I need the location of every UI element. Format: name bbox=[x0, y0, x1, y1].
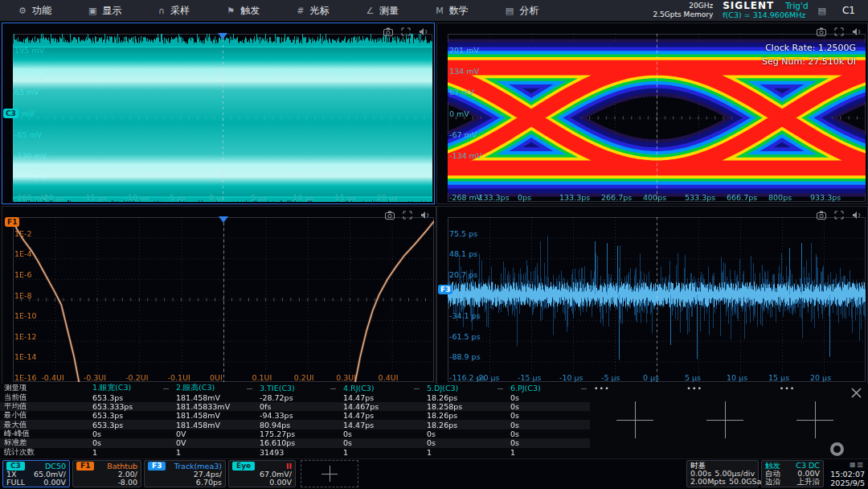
measurement-column-header[interactable]: 1.眼宽(C3) bbox=[88, 384, 172, 392]
x-tick-label: -133.3ps bbox=[476, 193, 510, 202]
plus-icon bbox=[616, 401, 653, 438]
timebase-box[interactable]: 时基 0.00s 5.00µs/div 2.00Mpts 50.0GSa/s bbox=[686, 460, 759, 487]
channel-value-right: 6.70ps bbox=[196, 479, 222, 487]
channel-box-row: 0.00V bbox=[232, 479, 292, 487]
fullscreen-icon[interactable] bbox=[401, 24, 411, 33]
menu-item-trigger[interactable]: ⚑触发 bbox=[208, 0, 278, 21]
trigger-slope: 上升沿 bbox=[797, 478, 821, 486]
measure-value: 0s bbox=[506, 402, 590, 411]
trigger-position-marker[interactable] bbox=[219, 216, 228, 223]
add-measurement-zone bbox=[590, 393, 860, 446]
menu-item-cursor[interactable]: #光标 bbox=[278, 0, 347, 21]
channel-box-f1[interactable]: F1Bathtub2.00/-8.00 bbox=[72, 460, 141, 487]
channel-box-eye[interactable]: EyeII67.0mV/0.00V bbox=[228, 460, 296, 487]
trigger-position-marker[interactable] bbox=[218, 33, 227, 39]
menu-item-measure[interactable]: ∠测量 bbox=[347, 0, 417, 21]
trigger-box[interactable]: 触发 C3 DC 自动 0.00V 边沿 上升沿 bbox=[761, 460, 824, 487]
waveform-panel-c3[interactable]: 195 mV130 mV65 mV0 mV-65 mV-130 mV-195 m… bbox=[2, 23, 435, 204]
y-tick-label: 0 mV bbox=[449, 109, 469, 118]
fullscreen-icon[interactable] bbox=[834, 208, 844, 216]
add-measurement-button[interactable] bbox=[590, 393, 680, 446]
clock-rate-label: Clock Rate: 1.2500G bbox=[762, 41, 856, 55]
x-tick-label: 20 µs bbox=[377, 193, 398, 202]
channel-badge-f3[interactable]: F3 bbox=[438, 285, 452, 294]
popout-icon[interactable] bbox=[420, 208, 430, 216]
close-table-button[interactable] bbox=[850, 387, 862, 399]
menu-item-analysis[interactable]: ▤分析 bbox=[487, 0, 557, 21]
menu-item-acquire[interactable]: ∩采样 bbox=[140, 0, 208, 21]
channel-badge-c3[interactable]: C3 bbox=[3, 109, 18, 118]
empty-cell bbox=[682, 448, 775, 457]
channel-indicator[interactable]: C1 bbox=[836, 5, 862, 16]
measurement-column-header[interactable]: 5.DJ(C3) bbox=[423, 384, 506, 392]
plot-area-bathtub: 1E-21E-41E-61E-81E-101E-121E-14 1E-16-0.… bbox=[13, 217, 434, 382]
measure-value: 0s bbox=[506, 420, 590, 429]
camera-icon[interactable] bbox=[817, 208, 826, 216]
acquire-icon: ∩ bbox=[158, 6, 165, 16]
add-channel-button[interactable] bbox=[301, 460, 358, 487]
menu-item-label: 光标 bbox=[309, 4, 329, 18]
header-right-cluster: 20GHz 2.5Gpts Memory SIGLENT Trig'd f(C3… bbox=[653, 1, 868, 21]
measurement-column-header[interactable]: 2.眼高(C3) bbox=[172, 384, 256, 392]
placeholder-column-header[interactable]: ••• bbox=[682, 384, 775, 392]
x-tick-label: 133.3ps bbox=[559, 193, 590, 202]
plot-area-c3: 195 mV130 mV65 mV0 mV-65 mV-130 mV-195 m… bbox=[13, 34, 432, 202]
bathtub-panel-f1[interactable]: 1E-21E-41E-61E-81E-101E-121E-14 1E-16-0.… bbox=[2, 206, 436, 384]
camera-icon[interactable] bbox=[385, 208, 395, 216]
eye-diagram-panel[interactable]: 201 mV134 mV67 mV0 mV-67 mV-134 mV -268 … bbox=[436, 23, 868, 204]
measurement-column-header[interactable]: 4.RJ(C3) bbox=[339, 384, 423, 392]
fullscreen-icon[interactable] bbox=[403, 208, 412, 216]
measure-row-label: 测量项 bbox=[0, 384, 88, 392]
measure-value: 653.3ps bbox=[88, 420, 172, 429]
channel-box-f3[interactable]: F3Track(mea3)27.4ps/6.70ps bbox=[144, 460, 226, 487]
measure-value: 653.3ps bbox=[88, 411, 172, 420]
channel-badge-label: F3 bbox=[148, 462, 166, 471]
y-tick-label: 1E-14 bbox=[14, 352, 37, 361]
clock-date: 2025/9/5 bbox=[826, 479, 865, 487]
channel-badge-label: F1 bbox=[76, 462, 94, 471]
x-tick-label: 400ps bbox=[643, 193, 666, 202]
y-tick-label: 1E-2 bbox=[14, 229, 32, 238]
setup-icon: ▥ bbox=[857, 461, 865, 468]
measurement-column-header[interactable]: 6.PJ(C3) bbox=[506, 384, 590, 392]
measure-value: 80.94ps bbox=[256, 420, 339, 429]
measure-value: 0fs bbox=[256, 402, 339, 411]
x-axis-ticks: -268 mV-133.3ps0ps133.3ps266.7ps400ps533… bbox=[448, 191, 866, 202]
memory-label: 2.5Gpts Memory bbox=[653, 10, 714, 19]
popout-icon[interactable] bbox=[852, 24, 862, 33]
x-tick-label: 0.2UI bbox=[294, 373, 314, 382]
x-tick-label: -20 µs bbox=[476, 373, 500, 382]
add-measurement-button[interactable] bbox=[770, 393, 860, 446]
add-measurement-button[interactable] bbox=[680, 393, 770, 446]
x-tick-label: 0 µs bbox=[209, 193, 225, 202]
bathtub-canvas bbox=[13, 217, 434, 382]
measure-row-label: 峰-峰值 bbox=[0, 429, 88, 438]
popout-icon[interactable] bbox=[419, 24, 428, 33]
clipboard-icon[interactable]: ▤ bbox=[818, 6, 826, 16]
math-icon: M bbox=[436, 6, 444, 16]
close-icon bbox=[850, 387, 862, 399]
camera-icon[interactable] bbox=[383, 24, 393, 33]
channel-badge-f1[interactable]: F1 bbox=[5, 217, 19, 227]
y-tick-label: 134 mV bbox=[449, 67, 479, 76]
placeholder-column-header[interactable]: ••• bbox=[590, 384, 682, 392]
measure-row-label: 标准差 bbox=[0, 438, 88, 447]
measure-value: 1 bbox=[88, 448, 172, 457]
fullscreen-icon[interactable] bbox=[834, 24, 844, 33]
measure-value: 18.26ps bbox=[423, 420, 506, 429]
measure-value: 181.45833mV bbox=[172, 402, 256, 411]
channel-box-c3[interactable]: C3DC501X65.0mV/FULL0.00V bbox=[2, 460, 70, 487]
popout-icon[interactable] bbox=[852, 208, 862, 216]
x-tick-label: 5 µs bbox=[685, 373, 701, 382]
measure-value: -94.33ps bbox=[256, 411, 339, 420]
measurement-column-header[interactable]: 3.TIE(C3) bbox=[256, 384, 339, 392]
menu-item-display[interactable]: ▣显示 bbox=[70, 0, 140, 21]
jitter-track-panel-f3[interactable]: 75.5 ps48.1 ps20.7 ps-6.7 ps-34.1 ps-61.… bbox=[436, 206, 868, 384]
empty-cell bbox=[776, 448, 868, 457]
channel-value-right: -8.00 bbox=[117, 479, 137, 487]
camera-icon[interactable] bbox=[817, 24, 826, 33]
menu-item-function[interactable]: ⚙功能 bbox=[0, 0, 70, 21]
menu-items: ⚙功能▣显示∩采样⚑触发#光标∠测量M数学▤分析 bbox=[0, 0, 557, 21]
channel-value-right: 0.00V bbox=[43, 479, 66, 487]
menu-item-math[interactable]: M数学 bbox=[417, 0, 487, 21]
